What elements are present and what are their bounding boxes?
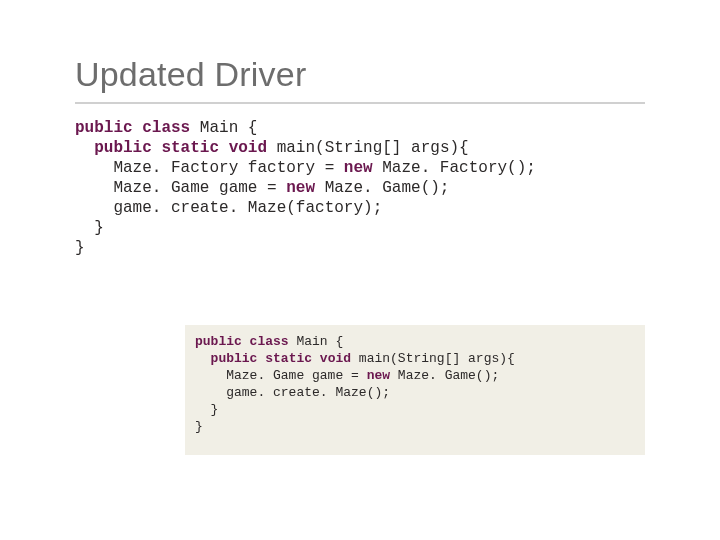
code-block-inset: public class Main { public static void m… — [185, 325, 645, 455]
code-block-main: public class Main { public static void m… — [75, 118, 536, 258]
code-text: } — [195, 402, 218, 417]
code-text: Maze. Factory(); — [373, 159, 536, 177]
kw-class: class — [242, 334, 289, 349]
code-text: Maze. Game(); — [390, 368, 499, 383]
code-text: Maze. Game(); — [315, 179, 449, 197]
code-text: main(String[] args){ — [351, 351, 515, 366]
kw-static: static — [152, 139, 219, 157]
code-text: Maze. Game game = — [195, 368, 367, 383]
code-text: } — [75, 239, 85, 257]
code-block-inset-content: public class Main { public static void m… — [195, 333, 635, 435]
code-text: game. create. Maze(factory); — [75, 199, 382, 217]
kw-new: new — [286, 179, 315, 197]
kw-static: static — [257, 351, 312, 366]
slide-title: Updated Driver — [75, 55, 306, 94]
kw-new: new — [367, 368, 390, 383]
code-text: } — [75, 219, 104, 237]
title-underline — [75, 102, 645, 104]
code-text: main(String[] args){ — [267, 139, 469, 157]
kw-void: void — [219, 139, 267, 157]
code-text: Maze. Factory factory = — [75, 159, 344, 177]
code-text: Maze. Game game = — [75, 179, 286, 197]
kw-public: public — [75, 119, 133, 137]
kw-class: class — [133, 119, 191, 137]
code-text: game. create. Maze(); — [195, 385, 390, 400]
kw-public: public — [195, 351, 257, 366]
slide: Updated Driver public class Main { publi… — [0, 0, 720, 540]
kw-public: public — [195, 334, 242, 349]
code-text: Main { — [190, 119, 257, 137]
code-text: Main { — [289, 334, 344, 349]
code-text: } — [195, 419, 203, 434]
kw-void: void — [312, 351, 351, 366]
kw-new: new — [344, 159, 373, 177]
kw-public: public — [75, 139, 152, 157]
